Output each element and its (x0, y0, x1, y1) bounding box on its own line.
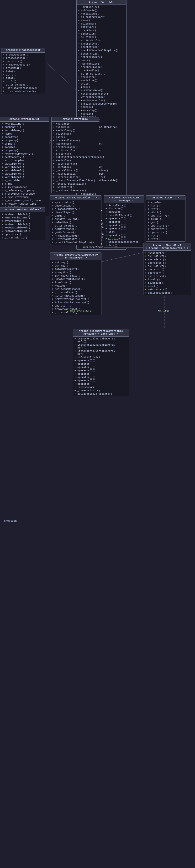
item-26: + notifyBeginWrite() (78, 92, 125, 95)
a2v-item-9: + getReference() (51, 231, 100, 234)
pva-item-7: + resize() (51, 284, 100, 287)
item-28: + readObservable() (78, 99, 125, 102)
vr-item-1: + subDomain() (1, 126, 48, 129)
ta-item-11: # _localVerboseLevel() (2, 90, 44, 93)
item-10: et 14 de plus... (78, 39, 125, 42)
pva-item-11: + PrivateVariableArrayT() (51, 298, 100, 301)
pt-item-5: + isNull() (147, 217, 184, 221)
ipv-item-12: + tableView() (74, 385, 128, 389)
svg-line-1 (43, 60, 76, 91)
vm-item-2: + variableMng() (53, 129, 98, 132)
vm-item-1: + subDomain() (53, 126, 98, 129)
vr-item-23: # m_assignment_stack_trace (1, 199, 48, 202)
vr-item-20: # m_reference_property (1, 189, 48, 192)
a2view-item-9: + operator()() (105, 234, 143, 237)
ipv-item-4: + operator[]() (74, 359, 128, 362)
vm-item-6: + meshName() (53, 142, 98, 146)
item-25: + notifyEndRead() (78, 89, 125, 92)
vm-item-0: + ~Variable() (53, 122, 98, 126)
box-arcane-mesh-variable-ref: Arcane::MeshVariableRef + MeshVariableRe… (0, 207, 45, 240)
item-31: + removeTag() (78, 109, 125, 112)
pva-item-9: + _internalSpan() (51, 291, 100, 294)
box-arcane-variable-mid-header: Arcane::Variable (52, 117, 99, 122)
box-arccore-trace-accessor: Arccore::TraceAccessor + TraceAccessor()… (1, 48, 45, 94)
ipv-item-2: + ItemsPartialVariableArray RefT() (74, 349, 128, 355)
vm-item-11: # Variable() (53, 159, 98, 162)
pva-item-0: + asArray() (51, 261, 100, 264)
box-arcane-array2-variable: Arcane::Array2Variable< T > + synchroniz… (50, 195, 102, 245)
ipv-item-11: + operator[]() (74, 382, 128, 385)
a2v-item-1: + checkIfSync() (51, 204, 100, 208)
vr-item-15: + VariableRef() (1, 172, 48, 176)
box-arcane-variable-ref-section: + ~VariableRef() + subDomain() + variabl… (0, 122, 49, 216)
vm-item-13: # _setData() (53, 165, 98, 169)
creation-label: Creation (4, 520, 17, 522)
box-arcane-items-partial-variable-section: + ItemsPartialVariableArray RefT() + Ite… (73, 336, 129, 396)
item-16: + mesh() (78, 59, 125, 62)
ta-item-4: + traceMng() (2, 66, 44, 70)
a2v-item-6: + valueView() (51, 221, 100, 224)
item-12: + checkIfSame() (78, 45, 125, 49)
vr-item-12: + VariableRef() (1, 162, 48, 165)
vr-item-10: + setProperty() (1, 156, 48, 159)
vm-item-5: + itemFamilyName() (53, 139, 98, 142)
ipv-item-0: + ItemsPartialVariableArray RefT() (74, 337, 128, 343)
spt-item-1: + SharedPtrT() (144, 255, 190, 258)
a2view-item-6: + operator()() (105, 224, 143, 227)
ta-item-1: + TraceAccessor() (2, 57, 44, 60)
a2view-item-0: + Array2View() (105, 204, 143, 207)
a2v-item-0: + synchronize() (51, 201, 100, 204)
vm-item-3: + fullName() (53, 132, 98, 135)
box-arcane-private-variable-array-section: + asArray() + asArray() + totalNbElement… (50, 260, 101, 315)
a2view-item-4: + operator[]() (105, 217, 143, 220)
item-0: - ~IVariable() (78, 5, 125, 9)
pva-item-6: + itemGroup() (51, 281, 100, 284)
pva-item-3: + arraySize() (51, 271, 100, 274)
pva-item-4: + isArrayVariable() (51, 274, 100, 278)
ipv-item-8: + operator[]() (74, 372, 128, 376)
ta-item-9: et 15 de plus... (2, 83, 44, 87)
ipv-item-5: + operator[]() (74, 362, 128, 366)
mvr-item-2: + synchronize() (1, 219, 44, 223)
ipv-item-9: + operator[]() (74, 376, 128, 379)
box-arcane-mesh-variable-ref-header: Arcane::MeshVariableRef (0, 208, 45, 212)
a2v-item-2: + allocatedMemory() (51, 208, 100, 211)
box-arccore-trace-accessor-section: + TraceAccessor() + TraceAccessor() + op… (1, 53, 45, 94)
spt-item-4: + SharedPtrT() (144, 265, 190, 268)
a2v-item-5: + constValueView() (51, 217, 100, 221)
pt-item-3: + ~PtrT() (147, 211, 184, 214)
box-arcane-variable-ref-header: Arcane::VariableRef (0, 117, 49, 122)
ta-item-2: + operator=() (2, 60, 44, 63)
mvr-item-1: + ~MeshVariableRef() (1, 216, 44, 219)
mvr-item-4: # MeshVariableRef() (1, 226, 44, 229)
ipv-item-1: + ItemsPartialVariableArray RefT() (74, 343, 128, 349)
item-21: + serialize() (78, 75, 125, 79)
diagram-container: Arcane::Variable - ~IVariable() + subDom… (0, 0, 195, 868)
vr-item-16: + VariableRef() (1, 176, 48, 179)
mvr-item-5: # MeshVariableRef() (1, 229, 44, 233)
a2view-item-3: + totalNbElement() (105, 214, 143, 217)
spt-item-7: + operator->() (144, 275, 190, 278)
box-arcane-ptr-t-section: # m_value + PtrT() + PtrT() + ~PtrT() + … (146, 200, 185, 241)
vm-item-19: # _wantShrink() (53, 186, 98, 189)
box-arccore-trace-accessor-header: Arccore::TraceAccessor (1, 48, 45, 53)
pva-item-1: + asArray() (51, 264, 100, 268)
vr-item-6: + print() (1, 142, 48, 146)
spt-item-2: + SharedPtrT() (144, 258, 190, 261)
mvr-item-0: + MeshVariableRef() (1, 213, 44, 216)
label-m-view: #m_view (107, 238, 118, 241)
vr-item-17: # m_variable (1, 179, 48, 182)
item-18: + itemGroupName() (78, 65, 125, 69)
vr-item-14: + VariableRef() (1, 169, 48, 172)
vr-item-9: + referenceProperty() (1, 152, 48, 156)
item-19: + itemFamily() (78, 69, 125, 72)
a2view-item-12: + data() (105, 244, 143, 247)
box-arcane-items-partial-variable: Arcane::ItemsPartialVariableArrayRefT< D… (73, 329, 129, 396)
item-20: et 15 de plus... (78, 72, 125, 75)
vm-item-20: # _resizeWithReserve() (53, 189, 98, 192)
pt-item-4: + operator->() (147, 214, 184, 217)
pva-item-5: + updateFromInternal() (51, 278, 100, 281)
mvr-item-6: # operator=() (1, 233, 44, 236)
ta-item-0: + TraceAccessor() (2, 53, 44, 57)
vm-item-8: et 53 de plus... (53, 149, 98, 152)
